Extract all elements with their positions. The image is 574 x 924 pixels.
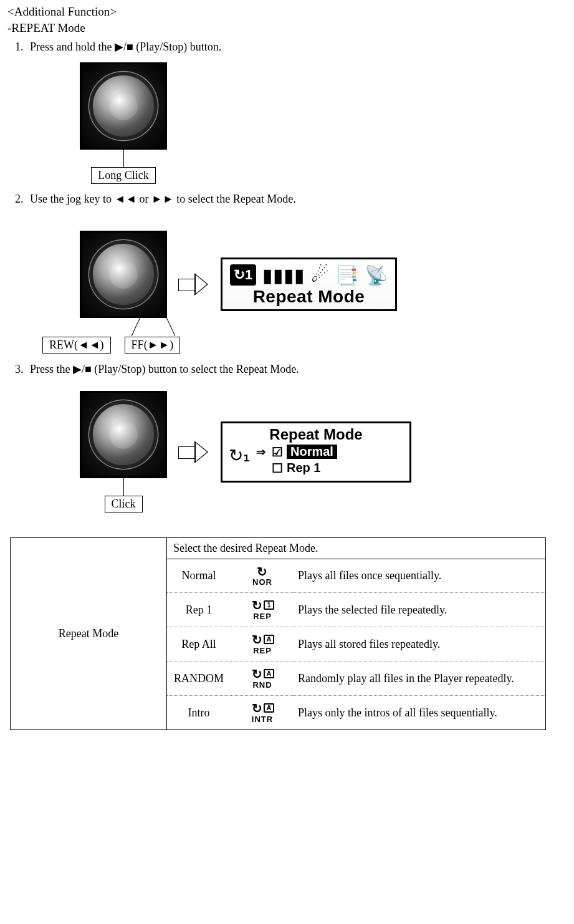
jog-dial-illustration [80,62,167,150]
repeat-mode-icon: ↻NOR [252,565,272,586]
repeat-one-icon-2: ↻₁ [229,447,250,464]
lcd-label-repeat-mode: Repeat Mode [227,287,390,308]
mode-icon-cell: ↻ARND [231,662,294,696]
step-3: Press the ▶/■ (Play/Stop) button to sele… [26,362,567,513]
repeat-one-icon: ↻1 [230,264,256,286]
table-rowhead: Repeat Mode [11,538,167,730]
mode-name-cell: Rep All [167,627,231,662]
step-1-text: Press and hold the ▶/■ (Play/Stop) butto… [30,41,221,53]
callout-click: Click [105,496,143,513]
arrow-right-icon-2 [178,441,209,463]
mode-description: Plays the selected file repeatedly. [294,593,545,627]
jog-dial-illustration-2 [80,231,167,318]
mode-description: Plays all files once sequentially. [294,559,545,593]
heading-repeat-mode: -REPEAT Mode [7,21,567,35]
table-row: Rep 1↻1REPPlays the selected file repeat… [167,593,545,627]
step-3-text: Press the ▶/■ (Play/Stop) button to sele… [30,363,299,375]
book-icon: 📑 [335,264,358,286]
lcd2-option-selected: ☑ Normal [256,445,337,460]
lcd2-option-other: ☐ Rep 1 [256,461,337,476]
mode-description: Plays all stored files repeatedly. [294,627,545,662]
table-row: Intro↻AINTRPlays only the intros of all … [167,696,545,730]
satellite-icon: 📡 [365,264,388,286]
callout-long-click: Long Click [91,167,156,184]
repeat-mode-icon: ↻AINTR [252,702,274,723]
mode-icon-cell: ↻NOR [231,559,294,593]
table-row: RANDOM↻ARNDRandomly play all files in th… [167,662,545,696]
modes-inner-table: Normal↻NORPlays all files once sequentia… [167,559,545,729]
arrow-right-icon [178,274,209,295]
checkbox-checked-icon: ☑ [272,445,283,460]
table-row: Normal↻NORPlays all files once sequentia… [167,559,545,593]
mode-name-cell: Intro [167,696,231,730]
mode-description: Plays only the intros of all files seque… [294,696,545,730]
step-3-figure: Click Repeat Mode ↻₁ ☑ Normal [80,391,567,513]
repeat-mode-table: Repeat Mode Select the desired Repeat Mo… [10,537,546,730]
mode-icon-cell: ↻AINTR [231,696,294,730]
lcd-screen-modes: ↻1 ▮▮▮▮ ☄ 📑 📡 Repeat Mode [221,257,397,311]
repeat-mode-icon: ↻1REP [252,599,272,620]
step-1: Press and hold the ▶/■ (Play/Stop) butto… [26,40,567,184]
heading-additional-function: <Additional Function> [7,5,567,19]
callout-ff: FF(►►) [125,337,181,354]
pointer-icon [256,445,268,459]
mode-name-cell: RANDOM [167,662,231,696]
equalizer-icon: ▮▮▮▮ [262,264,305,286]
step-2-figure: ↻1 ▮▮▮▮ ☄ 📑 📡 Repeat Mode REW(◄◄) FF(►►) [80,231,567,354]
lcd2-title: Repeat Mode [229,426,403,443]
repeat-mode-icon: ↻ARND [252,668,274,689]
lcd-screen-options: Repeat Mode ↻₁ ☑ Normal ☐ [221,421,411,483]
jog-dial-illustration-3 [80,391,167,478]
step-2: Use the jog key to ◄◄ or ►► to select th… [26,193,567,354]
lcd2-opt-normal: Normal [287,445,337,459]
mode-description: Randomly play all files in the Player re… [294,662,545,696]
step-1-figure: Long Click [80,62,567,184]
table-header: Select the desired Repeat Mode. [167,538,546,559]
step-2-text: Use the jog key to ◄◄ or ►► to select th… [30,193,296,205]
mode-name-cell: Rep 1 [167,593,231,627]
steps-list: Press and hold the ▶/■ (Play/Stop) butto… [7,40,567,513]
mode-name-cell: Normal [167,559,231,593]
mode-icon-cell: ↻AREP [231,627,294,662]
table-row: Rep All↻AREPPlays all stored files repea… [167,627,545,662]
lcd2-opt-rep1: Rep 1 [287,461,320,475]
callout-rew: REW(◄◄) [42,337,111,354]
mode-icon-cell: ↻1REP [231,593,294,627]
checkbox-empty-icon: ☐ [272,461,283,476]
radio-icon: ☄ [311,263,329,287]
callout-line [123,148,124,167]
repeat-mode-icon: ↻AREP [252,633,274,655]
